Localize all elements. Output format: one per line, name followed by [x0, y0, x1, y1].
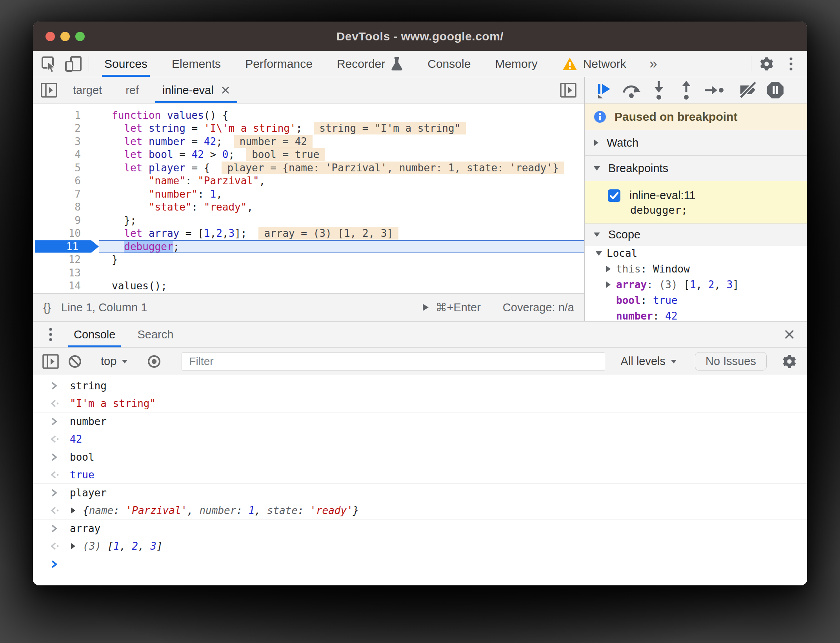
scope-row-array[interactable]: array: (3) [1, 2, 3]: [585, 277, 807, 292]
code-text[interactable]: "number": 1,: [99, 187, 584, 201]
code-line-5[interactable]: 5 let player = {player = {name: 'Parziva…: [33, 161, 584, 174]
pretty-print-icon[interactable]: {}: [43, 301, 51, 314]
resume-script-button[interactable]: [590, 77, 618, 103]
console-filter-input[interactable]: [182, 352, 605, 371]
chevron-right-icon[interactable]: [600, 265, 616, 273]
drawer-kebab-menu-icon[interactable]: [38, 322, 63, 347]
code-line-10[interactable]: 10 let array = [1,2,3];array = (3) [1, 2…: [33, 227, 584, 240]
console-prompt-chevron-icon[interactable]: [49, 559, 70, 570]
code-text[interactable]: "name": "Parzival",: [99, 174, 584, 188]
more-panels-icon[interactable]: »: [638, 51, 668, 77]
close-window-button[interactable]: [45, 32, 55, 41]
tab-network[interactable]: Network: [550, 51, 638, 77]
console-sidebar-icon[interactable]: [38, 353, 63, 370]
console-prompt-row[interactable]: [33, 555, 807, 573]
code-line-1[interactable]: 1function values() {: [33, 109, 584, 122]
code-editor[interactable]: 1function values() {2 let string = 'I\'m…: [33, 104, 584, 293]
chevron-down-icon[interactable]: [591, 250, 607, 257]
deactivate-breakpoints-button[interactable]: [734, 77, 762, 103]
step-into-button[interactable]: [645, 77, 673, 103]
show-debugger-sidebar-icon[interactable]: [556, 77, 580, 103]
step-out-button[interactable]: [673, 77, 700, 103]
code-text[interactable]: let bool = 42 > 0;bool = true: [99, 148, 584, 162]
console-settings-gear-icon[interactable]: [777, 353, 802, 370]
execution-context-selector[interactable]: top: [94, 355, 135, 368]
kebab-menu-icon[interactable]: [779, 51, 803, 77]
code-text[interactable]: let number = 42;number = 42: [99, 135, 584, 148]
code-line-7[interactable]: 7 "number": 1,: [33, 187, 584, 201]
scope-section-header[interactable]: Scope: [585, 223, 807, 245]
line-number[interactable]: 12: [33, 253, 99, 267]
paused-line-badge[interactable]: 11: [35, 240, 99, 253]
line-number[interactable]: 4: [33, 148, 99, 162]
step-over-button[interactable]: [618, 77, 645, 103]
file-tab-target[interactable]: target: [61, 77, 114, 103]
line-number[interactable]: 1: [33, 109, 99, 122]
code-line-2[interactable]: 2 let string = 'I\'m a string';string = …: [33, 122, 584, 135]
step-button[interactable]: [700, 77, 727, 103]
code-line-6[interactable]: 6 "name": "Parzival",: [33, 174, 584, 188]
line-number[interactable]: 8: [33, 201, 99, 214]
line-number[interactable]: 6: [33, 174, 99, 188]
no-issues-button[interactable]: No Issues: [695, 352, 767, 371]
code-text[interactable]: function values() {: [99, 109, 584, 122]
expand-object-icon[interactable]: [70, 542, 76, 550]
file-tab-inline-eval[interactable]: inline-eval: [151, 77, 242, 103]
tab-sources[interactable]: Sources: [92, 51, 160, 77]
code-line-14[interactable]: 14values();: [33, 280, 584, 293]
line-number[interactable]: 14: [33, 280, 99, 293]
zoom-window-button[interactable]: [75, 32, 85, 41]
line-number[interactable]: 13: [33, 266, 99, 280]
live-expression-eye-icon[interactable]: [142, 353, 166, 370]
scope-row-Local[interactable]: Local: [585, 245, 807, 261]
clear-console-icon[interactable]: [63, 354, 87, 369]
chevron-right-icon[interactable]: [600, 280, 616, 289]
tab-performance[interactable]: Performance: [233, 51, 325, 77]
code-line-8[interactable]: 8 "state": "ready",: [33, 201, 584, 214]
drawer-tab-search[interactable]: Search: [126, 322, 184, 347]
code-text[interactable]: }: [99, 253, 584, 267]
minimize-window-button[interactable]: [60, 32, 70, 41]
tab-memory[interactable]: Memory: [483, 51, 549, 77]
tab-elements[interactable]: Elements: [160, 51, 233, 77]
breakpoints-section-header[interactable]: Breakpoints: [585, 156, 807, 181]
code-text[interactable]: [99, 266, 584, 280]
scope-row-this[interactable]: this: Window: [585, 261, 807, 277]
code-text[interactable]: };: [99, 214, 584, 227]
code-line-4[interactable]: 4 let bool = 42 > 0;bool = true: [33, 148, 584, 162]
line-number[interactable]: 10: [33, 227, 99, 240]
watch-section-header[interactable]: Watch: [585, 130, 807, 156]
line-number[interactable]: 11: [33, 240, 99, 253]
drawer-tab-console[interactable]: Console: [63, 322, 126, 347]
line-number[interactable]: 3: [33, 135, 99, 148]
tab-console[interactable]: Console: [415, 51, 483, 77]
code-text[interactable]: let player = {player = {name: 'Parzival'…: [99, 161, 584, 174]
expand-object-icon[interactable]: [70, 507, 76, 514]
code-line-9[interactable]: 9 };: [33, 214, 584, 227]
inspect-element-icon[interactable]: [37, 51, 61, 77]
pause-on-exceptions-button[interactable]: [762, 77, 789, 103]
code-text[interactable]: values();: [99, 280, 584, 293]
line-number[interactable]: 5: [33, 161, 99, 174]
tab-recorder[interactable]: Recorder: [325, 51, 415, 77]
close-drawer-icon[interactable]: [777, 322, 802, 347]
code-text[interactable]: let array = [1,2,3];array = (3) [1, 2, 3…: [99, 227, 584, 240]
code-line-11[interactable]: 11 debugger;: [33, 240, 584, 253]
close-tab-icon[interactable]: [221, 85, 230, 95]
file-tab-ref[interactable]: ref: [114, 77, 151, 103]
line-number[interactable]: 2: [33, 122, 99, 135]
code-text[interactable]: "state": "ready",: [99, 201, 584, 214]
breakpoint-entry[interactable]: inline-eval:11 debugger;: [585, 181, 807, 223]
device-toolbar-icon[interactable]: [61, 51, 85, 77]
settings-gear-icon[interactable]: [755, 51, 779, 77]
line-number[interactable]: 9: [33, 214, 99, 227]
breakpoint-checkbox[interactable]: [607, 189, 621, 202]
line-number[interactable]: 7: [33, 187, 99, 201]
code-text[interactable]: debugger;: [99, 240, 584, 253]
code-text[interactable]: let string = 'I\'m a string';string = "I…: [99, 122, 584, 135]
code-line-3[interactable]: 3 let number = 42;number = 42: [33, 135, 584, 148]
show-navigator-icon[interactable]: [37, 77, 61, 103]
log-levels-selector[interactable]: All levels: [614, 355, 684, 368]
code-line-13[interactable]: 13: [33, 266, 584, 280]
code-line-12[interactable]: 12}: [33, 253, 584, 267]
